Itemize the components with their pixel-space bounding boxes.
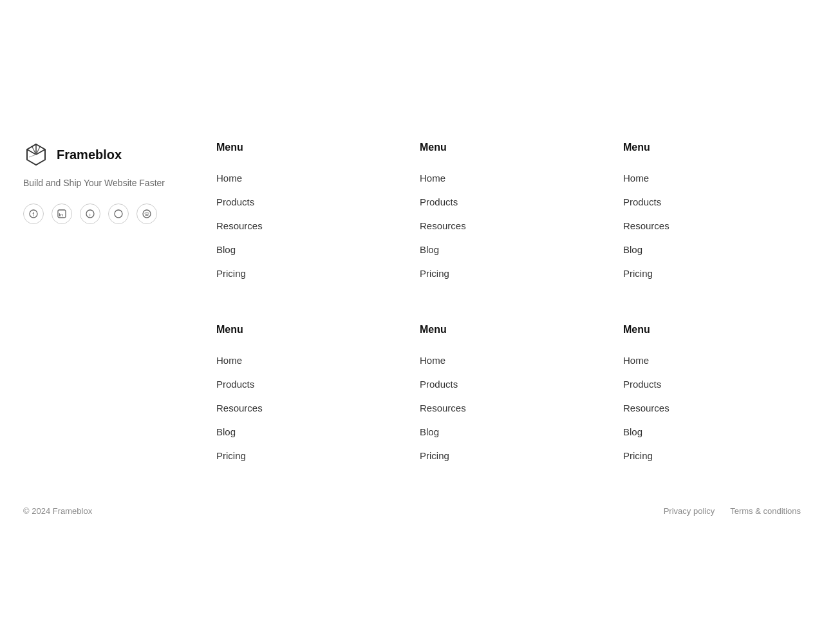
menu-column-6: MenuHomeProductsResourcesBlogPricing <box>623 324 801 468</box>
menu-2-item-4[interactable]: Blog <box>420 238 597 261</box>
menu-3-item-5[interactable]: Pricing <box>623 261 801 285</box>
menu-1-item-5[interactable]: Pricing <box>216 261 394 285</box>
menu-column-1: MenuHomeProductsResourcesBlogPricing <box>216 142 394 285</box>
menu-4-item-5[interactable]: Pricing <box>216 444 394 468</box>
facebook-icon[interactable]: f <box>23 204 44 224</box>
menu-4-item-1[interactable]: Home <box>216 348 394 372</box>
svg-text:♪: ♪ <box>88 212 91 218</box>
menu-5-item-1[interactable]: Home <box>420 348 597 372</box>
menu-2-item-3[interactable]: Resources <box>420 214 597 238</box>
menu-4-item-4[interactable]: Blog <box>216 420 394 444</box>
footer-bottom: © 2024 Frameblox Privacy policy Terms & … <box>23 506 801 542</box>
svg-point-6 <box>115 210 122 218</box>
menu-3-item-1[interactable]: Home <box>623 166 801 190</box>
svg-text:in: in <box>59 213 63 217</box>
menus-grid: MenuHomeProductsResourcesBlogPricingMenu… <box>216 142 801 468</box>
menu-1-item-1[interactable]: Home <box>216 166 394 190</box>
menu-5-item-5[interactable]: Pricing <box>420 444 597 468</box>
menu-6-item-1[interactable]: Home <box>623 348 801 372</box>
menu-title-3: Menu <box>623 142 801 153</box>
spotify-icon[interactable] <box>136 204 157 224</box>
menu-5-item-4[interactable]: Blog <box>420 420 597 444</box>
apple-icon[interactable] <box>108 204 129 224</box>
menu-column-5: MenuHomeProductsResourcesBlogPricing <box>420 324 597 468</box>
menu-column-2: MenuHomeProductsResourcesBlogPricing <box>420 142 597 285</box>
menu-6-item-4[interactable]: Blog <box>623 420 801 444</box>
menu-5-item-3[interactable]: Resources <box>420 396 597 420</box>
privacy-policy-link[interactable]: Privacy policy <box>664 506 715 516</box>
menu-title-4: Menu <box>216 324 394 336</box>
logo-row: Frameblox <box>23 142 216 167</box>
menu-6-item-2[interactable]: Products <box>623 372 801 396</box>
menu-title-2: Menu <box>420 142 597 153</box>
menu-title-6: Menu <box>623 324 801 336</box>
menu-4-item-3[interactable]: Resources <box>216 396 394 420</box>
menu-1-item-3[interactable]: Resources <box>216 214 394 238</box>
page-wrapper: Frameblox Build and Ship Your Website Fa… <box>0 0 824 542</box>
menu-title-1: Menu <box>216 142 394 153</box>
svg-text:f: f <box>33 211 35 218</box>
footer-top: Frameblox Build and Ship Your Website Fa… <box>23 142 801 468</box>
brand-name: Frameblox <box>57 147 122 162</box>
legal-links: Privacy policy Terms & conditions <box>664 506 801 516</box>
menu-5-item-2[interactable]: Products <box>420 372 597 396</box>
menu-2-item-1[interactable]: Home <box>420 166 597 190</box>
menu-2-item-2[interactable]: Products <box>420 190 597 214</box>
brand-tagline: Build and Ship Your Website Faster <box>23 178 216 188</box>
terms-link[interactable]: Terms & conditions <box>730 506 801 516</box>
social-icons: f in ♪ <box>23 204 216 224</box>
logo-icon <box>23 142 49 167</box>
tiktok-icon[interactable]: ♪ <box>80 204 100 224</box>
menu-1-item-4[interactable]: Blog <box>216 238 394 261</box>
menu-column-4: MenuHomeProductsResourcesBlogPricing <box>216 324 394 468</box>
linkedin-icon[interactable]: in <box>52 204 72 224</box>
menu-column-3: MenuHomeProductsResourcesBlogPricing <box>623 142 801 285</box>
menu-6-item-3[interactable]: Resources <box>623 396 801 420</box>
menu-2-item-5[interactable]: Pricing <box>420 261 597 285</box>
menu-title-5: Menu <box>420 324 597 336</box>
menu-3-item-4[interactable]: Blog <box>623 238 801 261</box>
brand-section: Frameblox Build and Ship Your Website Fa… <box>23 142 216 224</box>
menu-1-item-2[interactable]: Products <box>216 190 394 214</box>
copyright: © 2024 Frameblox <box>23 506 92 516</box>
menu-6-item-5[interactable]: Pricing <box>623 444 801 468</box>
menu-3-item-3[interactable]: Resources <box>623 214 801 238</box>
menu-3-item-2[interactable]: Products <box>623 190 801 214</box>
menu-4-item-2[interactable]: Products <box>216 372 394 396</box>
